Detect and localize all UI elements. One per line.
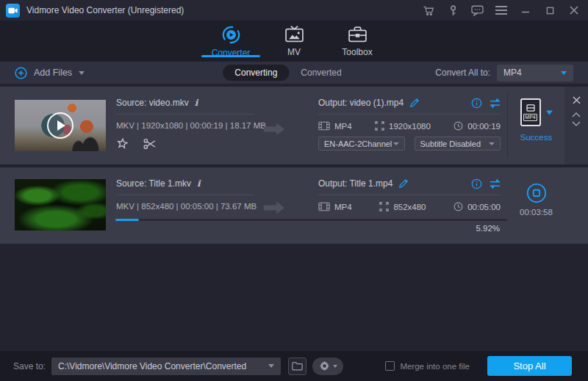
window-title: Vidmore Video Converter (Unregistered) <box>26 5 184 15</box>
output-filename-2: Output: Title 1.mp4 <box>318 178 392 189</box>
source-info-icon[interactable]: i <box>195 98 198 108</box>
video-thumbnail-2[interactable] <box>15 179 106 231</box>
file-row-2: Source: Title 1.mkv i MKV | 852x480 | 00… <box>0 167 588 244</box>
row-hover-controls <box>564 87 588 164</box>
menu-icon[interactable] <box>495 4 508 17</box>
open-folder-button[interactable] <box>288 358 306 375</box>
audio-caret-icon <box>393 142 399 145</box>
settings-caret-icon <box>333 365 337 368</box>
titlebar: Vidmore Video Converter (Unregistered) <box>0 0 588 21</box>
subtitle-dropdown[interactable]: Subtitle Disabled <box>415 137 501 150</box>
add-files-caret-icon[interactable] <box>79 71 85 75</box>
add-files-label: Add Files <box>34 68 72 78</box>
output-info-icon[interactable] <box>471 178 482 189</box>
merge-checkbox[interactable] <box>385 361 395 371</box>
tab-toolbox[interactable]: Toolbox <box>326 21 389 62</box>
time-remaining-label: 00:03:58 <box>508 208 564 217</box>
footer-bar: Save to: C:\Vidmore\Vidmore Video Conver… <box>0 351 588 381</box>
audio-track-dropdown[interactable]: EN-AAC-2Channel <box>318 137 405 150</box>
move-up-icon[interactable] <box>572 112 581 117</box>
divider <box>116 114 254 115</box>
source-info-icon[interactable]: i <box>197 178 201 189</box>
edit-effects-icon[interactable] <box>116 137 129 150</box>
feedback-icon[interactable] <box>470 4 484 17</box>
stop-all-label: Stop All <box>513 360 545 371</box>
audio-track-value: EN-AAC-2Channel <box>324 139 392 148</box>
add-files-button[interactable]: Add Files <box>15 67 85 79</box>
settings-button[interactable] <box>312 358 343 375</box>
output-settings-icon[interactable] <box>490 178 501 189</box>
rename-pencil-icon[interactable] <box>409 98 420 108</box>
convert-all-label: Convert All to: <box>435 68 490 78</box>
close-button[interactable] <box>567 4 581 17</box>
rename-pencil-icon[interactable] <box>398 178 409 189</box>
maximize-button[interactable] <box>543 4 556 17</box>
output-info-icon[interactable] <box>471 98 482 109</box>
convert-status-tabs: Converting Converted <box>223 65 353 81</box>
duration-clock-icon <box>453 121 463 131</box>
save-to-label: Save to: <box>13 361 46 371</box>
stop-conversion-button[interactable] <box>508 182 564 204</box>
convert-all-dropdown[interactable]: MP4 <box>497 65 573 81</box>
format-select-caret-icon[interactable] <box>546 110 553 115</box>
video-thumbnail-1[interactable] <box>15 100 106 151</box>
output-format-2: MP4 <box>334 203 352 211</box>
progress-percent-label: 5.92% <box>412 224 500 233</box>
toolbar: Add Files Converting Converted Convert A… <box>0 62 588 84</box>
tab-mv-label: MV <box>287 47 301 57</box>
status-success-label: Success <box>508 133 564 142</box>
source-filename-1: Source: video.mkv <box>116 98 189 108</box>
convert-arrow-icon <box>262 200 286 216</box>
converter-icon <box>221 25 241 45</box>
source-meta-2: MKV | 852x480 | 00:05:00 | 73.67 MB <box>116 202 256 211</box>
merge-checkbox-group[interactable]: Merge into one file <box>385 361 470 371</box>
gear-icon <box>319 360 330 371</box>
merge-label: Merge into one file <box>400 362 470 371</box>
subtitle-value: Subtitle Disabled <box>420 139 481 148</box>
divider <box>318 114 501 115</box>
register-key-icon[interactable] <box>446 4 459 17</box>
source-meta-1: MKV | 1920x1080 | 00:00:19 | 18.17 MB <box>116 121 256 130</box>
mv-icon <box>284 25 304 44</box>
output-duration-2: 00:05:00 <box>467 203 501 211</box>
move-down-icon[interactable] <box>572 121 581 127</box>
output-duration-1: 00:00:19 <box>467 122 501 131</box>
save-path-caret-icon <box>268 364 274 368</box>
output-format-badge[interactable]: MP4 <box>520 98 541 126</box>
convert-arrow-icon <box>262 121 286 137</box>
main-tabbar: Converter MV Toolbox <box>0 21 588 62</box>
play-icon[interactable] <box>47 112 74 139</box>
cut-scissors-icon[interactable] <box>143 138 157 150</box>
minimize-button[interactable] <box>519 4 532 17</box>
tab-converted[interactable]: Converted <box>289 65 353 81</box>
format-film-icon <box>318 121 330 131</box>
tab-mv[interactable]: MV <box>262 21 326 62</box>
output-format-1: MP4 <box>334 122 352 131</box>
convert-all-caret-icon <box>561 71 567 75</box>
progress-bar <box>115 219 507 221</box>
duration-clock-icon <box>453 202 463 211</box>
save-path-dropdown[interactable]: C:\Vidmore\Vidmore Video Converter\Conve… <box>51 358 281 375</box>
tab-converter[interactable]: Converter <box>199 21 262 62</box>
cart-icon[interactable] <box>422 4 435 17</box>
stop-all-button[interactable]: Stop All <box>487 356 572 376</box>
divider <box>318 195 501 195</box>
folder-icon <box>292 361 303 371</box>
tab-converter-label: Converter <box>212 48 251 58</box>
remove-file-icon[interactable] <box>573 96 581 104</box>
output-resolution-2: 852x480 <box>393 203 426 211</box>
tab-converting[interactable]: Converting <box>223 65 289 81</box>
divider <box>116 195 254 195</box>
save-path-value: C:\Vidmore\Vidmore Video Converter\Conve… <box>58 361 264 371</box>
tab-toolbox-label: Toolbox <box>342 47 372 57</box>
progress-fill <box>115 219 139 221</box>
output-settings-icon[interactable] <box>490 98 501 109</box>
file-row-1: Source: video.mkv i MKV | 1920x1080 | 00… <box>0 87 588 164</box>
format-badge-label: MP4 <box>523 114 537 121</box>
output-filename-1: Output: video (1).mp4 <box>318 98 404 108</box>
toolbox-icon <box>348 25 368 44</box>
subtitle-caret-icon <box>489 142 495 145</box>
format-film-icon <box>318 202 330 211</box>
convert-all-value: MP4 <box>503 68 556 78</box>
resolution-expand-icon <box>379 202 389 211</box>
